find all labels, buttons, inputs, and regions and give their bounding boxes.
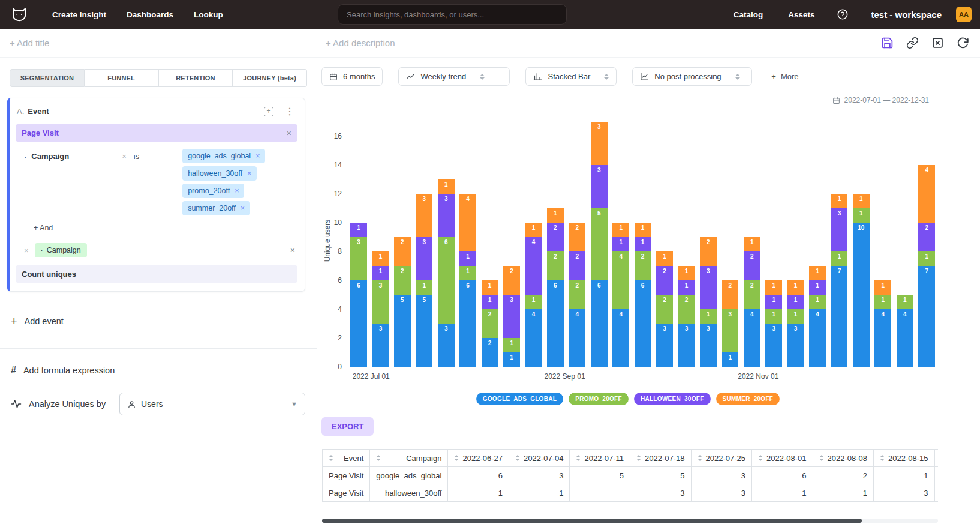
remove-breakdown-group-icon[interactable]: × xyxy=(290,245,295,255)
table-column-header[interactable]: 2022-08-22 xyxy=(934,450,938,467)
bar-segment-promo_20off[interactable]: 1 xyxy=(459,266,476,280)
bar-segment-halloween_30off[interactable]: 1 xyxy=(678,280,695,295)
remove-breakdown-icon[interactable]: × xyxy=(24,246,29,255)
bar-segment-summer_20off[interactable]: 2 xyxy=(722,280,738,309)
bar-segment-summer_20off[interactable]: 1 xyxy=(831,194,847,208)
bar-segment-google_ads_global[interactable]: 3 xyxy=(700,324,717,367)
bar-2022-07-25[interactable]: 3631 xyxy=(438,179,455,367)
bar-segment-google_ads_global[interactable]: 6 xyxy=(459,280,476,367)
bar-segment-summer_20off[interactable]: 1 xyxy=(482,280,498,295)
copy-link-icon[interactable] xyxy=(906,37,919,50)
tab-journey[interactable]: JOURNEY (beta) xyxy=(233,69,307,87)
table-column-header[interactable]: 2022-07-25 xyxy=(691,450,752,467)
more-button[interactable]: + More xyxy=(771,72,798,81)
chart-type-select[interactable]: Stacked Bar xyxy=(525,67,617,86)
bar-2022-10-10[interactable]: 3211 xyxy=(678,266,695,367)
table-column-header[interactable]: 2022-08-08 xyxy=(813,450,874,467)
add-title-field[interactable]: + Add title xyxy=(10,38,49,48)
bar-segment-promo_20off[interactable]: 2 xyxy=(678,295,695,324)
event-menu-icon[interactable]: ⋮ xyxy=(283,106,296,117)
bar-segment-google_ads_global[interactable]: 3 xyxy=(678,324,695,367)
nav-assets[interactable]: Assets xyxy=(780,5,823,24)
bar-segment-google_ads_global[interactable]: 6 xyxy=(350,280,367,367)
bar-segment-halloween_30off[interactable]: 1 xyxy=(350,223,367,237)
table-column-header[interactable]: 2022-07-18 xyxy=(630,450,692,467)
bar-segment-halloween_30off[interactable]: 1 xyxy=(635,237,651,251)
bar-segment-halloween_30off[interactable]: 2 xyxy=(744,251,760,280)
bar-2022-09-19[interactable]: 4411 xyxy=(612,223,629,367)
bar-segment-halloween_30off[interactable]: 4 xyxy=(525,237,542,295)
add-description-field[interactable]: + Add description xyxy=(326,38,395,48)
workspace-name[interactable]: test - workspace xyxy=(871,10,942,20)
bar-2022-10-03[interactable]: 3221 xyxy=(656,251,673,367)
bar-2022-06-27[interactable]: 631 xyxy=(350,223,367,367)
bar-segment-summer_20off[interactable]: 2 xyxy=(503,266,520,295)
legend-pill-summer_20off[interactable]: SUMMER_20OFF xyxy=(716,393,780,405)
bar-segment-halloween_30off[interactable]: 3 xyxy=(831,208,847,251)
bar-segment-promo_20off[interactable]: 2 xyxy=(569,280,585,309)
bar-segment-summer_20off[interactable]: 4 xyxy=(459,194,476,251)
avatar[interactable]: AA xyxy=(956,7,972,22)
bar-segment-summer_20off[interactable]: 2 xyxy=(569,223,585,251)
search-input[interactable] xyxy=(338,4,567,25)
legend-pill-google_ads_global[interactable]: GOOGLE_ADS_GLOBAL xyxy=(476,393,563,405)
bar-segment-summer_20off[interactable]: 4 xyxy=(918,165,935,223)
add-and-condition[interactable]: + And xyxy=(34,224,53,232)
table-column-header[interactable]: 2022-08-01 xyxy=(752,450,813,467)
bar-segment-google_ads_global[interactable]: 6 xyxy=(591,280,608,367)
bar-segment-google_ads_global[interactable]: 3 xyxy=(656,324,673,367)
sort-icon[interactable] xyxy=(636,455,641,461)
bar-segment-promo_20off[interactable]: 2 xyxy=(547,251,564,280)
bar-segment-summer_20off[interactable]: 1 xyxy=(635,223,651,237)
bar-segment-summer_20off[interactable]: 2 xyxy=(394,237,411,266)
app-logo[interactable] xyxy=(8,4,30,25)
nav-catalog[interactable]: Catalog xyxy=(725,5,772,24)
bar-segment-google_ads_global[interactable]: 7 xyxy=(831,266,847,367)
bar-segment-promo_20off[interactable]: 1 xyxy=(897,295,913,309)
bar-segment-summer_20off[interactable]: 1 xyxy=(787,280,804,295)
bar-segment-google_ads_global[interactable]: 1 xyxy=(722,352,738,367)
bar-segment-promo_20off[interactable]: 2 xyxy=(394,266,411,295)
scrollbar-thumb[interactable] xyxy=(322,519,862,523)
add-event-button[interactable]: + Add event xyxy=(11,316,64,327)
bar-segment-google_ads_global[interactable]: 3 xyxy=(787,324,804,367)
bar-2022-09-26[interactable]: 6211 xyxy=(635,223,651,367)
bar-segment-google_ads_global[interactable]: 3 xyxy=(372,324,389,367)
bar-segment-halloween_30off[interactable]: 3 xyxy=(416,237,432,280)
bar-segment-summer_20off[interactable]: 1 xyxy=(612,223,629,237)
filter-property[interactable]: Campaign xyxy=(31,152,69,161)
filter-operator[interactable]: is xyxy=(134,152,139,161)
bar-segment-promo_20off[interactable]: 2 xyxy=(482,309,498,338)
bar-segment-summer_20off[interactable]: 1 xyxy=(874,280,891,295)
bar-segment-halloween_30off[interactable]: 2 xyxy=(547,223,564,251)
bar-segment-google_ads_global[interactable]: 2 xyxy=(482,338,498,367)
selected-event-row[interactable]: Page Visit × xyxy=(16,124,297,142)
bar-segment-halloween_30off[interactable]: 1 xyxy=(372,266,389,280)
bar-segment-google_ads_global[interactable]: 4 xyxy=(612,309,629,367)
sort-icon[interactable] xyxy=(819,455,824,461)
remove-value-icon[interactable]: × xyxy=(247,169,251,178)
bar-segment-summer_20off[interactable]: 3 xyxy=(591,122,608,165)
tab-funnel[interactable]: FUNNEL xyxy=(85,69,159,87)
bar-2022-11-28[interactable]: 7131 xyxy=(831,194,847,367)
bar-segment-promo_20off[interactable]: 1 xyxy=(503,338,520,352)
remove-value-icon[interactable]: × xyxy=(235,187,239,195)
bar-2022-08-08[interactable]: 2211 xyxy=(482,280,498,367)
remove-value-icon[interactable]: × xyxy=(241,204,245,212)
bar-segment-promo_20off[interactable]: 1 xyxy=(700,309,717,324)
bar-segment-promo_20off[interactable]: 1 xyxy=(874,295,891,309)
table-column-header[interactable]: 2022-08-15 xyxy=(874,450,935,467)
nav-create-insight[interactable]: Create insight xyxy=(42,5,116,24)
bar-segment-promo_20off[interactable]: 2 xyxy=(656,295,673,324)
bar-segment-google_ads_global[interactable]: 4 xyxy=(809,309,826,367)
bar-segment-halloween_30off[interactable]: 1 xyxy=(482,295,498,309)
table-horizontal-scrollbar[interactable] xyxy=(322,519,938,523)
bar-2022-12-05[interactable]: 1011 xyxy=(853,194,870,367)
nav-dashboards[interactable]: Dashboards xyxy=(116,5,184,24)
bar-segment-promo_20off[interactable]: 3 xyxy=(722,309,738,352)
bar-segment-halloween_30off[interactable]: 3 xyxy=(503,295,520,338)
bar-segment-halloween_30off[interactable]: 2 xyxy=(656,266,673,295)
bar-segment-promo_20off[interactable]: 2 xyxy=(635,251,651,280)
bar-segment-google_ads_global[interactable]: 7 xyxy=(918,266,935,367)
table-column-header[interactable]: 2022-07-04 xyxy=(509,450,570,467)
